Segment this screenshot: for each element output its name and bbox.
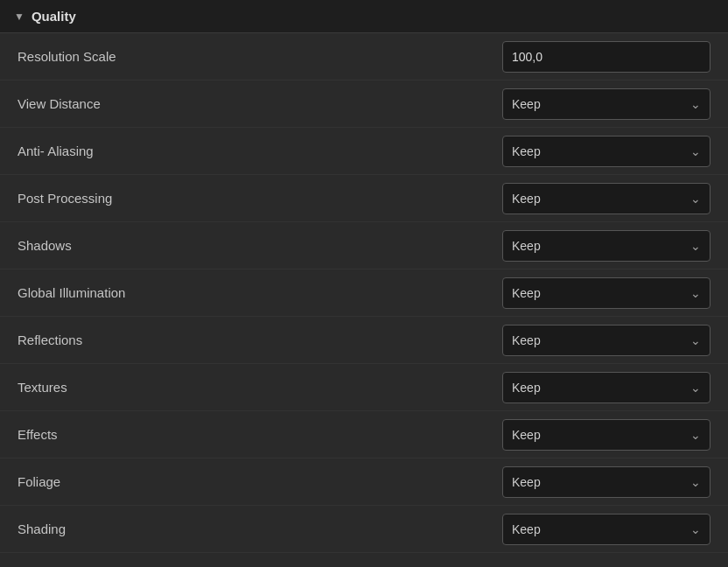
dropdown-value-reflections: Keep (512, 333, 541, 347)
dropdown-value-shadows: Keep (512, 239, 541, 253)
dropdown-value-effects: Keep (512, 428, 541, 442)
panel-header: ▼ Quality (0, 0, 728, 33)
panel-title: Quality (32, 9, 76, 24)
dropdown-foliage[interactable]: Keep⌄ (502, 466, 710, 498)
control-textures: Keep⌄ (502, 372, 710, 403)
label-view-distance: View Distance (18, 96, 502, 111)
dropdown-shading[interactable]: Keep⌄ (502, 514, 710, 545)
setting-row-view-distance: View DistanceKeep⌄ (0, 80, 728, 128)
settings-list: Resolution ScaleView DistanceKeep⌄Anti- … (0, 33, 728, 553)
collapse-icon[interactable]: ▼ (14, 10, 24, 23)
dropdown-effects[interactable]: Keep⌄ (502, 419, 710, 451)
dropdown-value-post-processing: Keep (512, 192, 541, 206)
setting-row-textures: TexturesKeep⌄ (0, 364, 728, 411)
control-shadows: Keep⌄ (502, 230, 710, 262)
control-global-illumination: Keep⌄ (502, 277, 710, 309)
label-effects: Effects (18, 427, 502, 442)
control-resolution-scale (502, 41, 710, 73)
chevron-down-icon: ⌄ (690, 192, 701, 206)
label-shadows: Shadows (18, 238, 502, 253)
quality-panel: ▼ Quality Resolution ScaleView DistanceK… (0, 0, 728, 553)
chevron-down-icon: ⌄ (690, 286, 701, 300)
dropdown-value-view-distance: Keep (512, 97, 541, 111)
dropdown-view-distance[interactable]: Keep⌄ (502, 88, 710, 120)
label-textures: Textures (18, 380, 502, 395)
dropdown-value-foliage: Keep (512, 475, 541, 489)
chevron-down-icon: ⌄ (690, 475, 701, 489)
label-foliage: Foliage (18, 474, 502, 489)
dropdown-post-processing[interactable]: Keep⌄ (502, 183, 710, 214)
control-effects: Keep⌄ (502, 419, 710, 451)
dropdown-value-shading: Keep (512, 522, 541, 536)
chevron-down-icon: ⌄ (690, 381, 701, 395)
label-global-illumination: Global Illumination (18, 285, 502, 300)
control-foliage: Keep⌄ (502, 466, 710, 498)
control-anti-aliasing: Keep⌄ (502, 136, 710, 167)
setting-row-foliage: FoliageKeep⌄ (0, 458, 728, 506)
chevron-down-icon: ⌄ (690, 333, 701, 347)
label-anti-aliasing: Anti- Aliasing (18, 144, 502, 158)
dropdown-shadows[interactable]: Keep⌄ (502, 230, 710, 262)
dropdown-textures[interactable]: Keep⌄ (502, 372, 710, 403)
setting-row-global-illumination: Global IlluminationKeep⌄ (0, 270, 728, 317)
setting-row-post-processing: Post ProcessingKeep⌄ (0, 175, 728, 222)
chevron-down-icon: ⌄ (690, 97, 701, 111)
control-shading: Keep⌄ (502, 514, 710, 545)
dropdown-global-illumination[interactable]: Keep⌄ (502, 277, 710, 309)
control-reflections: Keep⌄ (502, 325, 710, 356)
dropdown-value-global-illumination: Keep (512, 286, 541, 300)
input-resolution-scale[interactable] (502, 41, 710, 73)
control-view-distance: Keep⌄ (502, 88, 710, 120)
setting-row-resolution-scale: Resolution Scale (0, 33, 728, 80)
setting-row-shadows: ShadowsKeep⌄ (0, 222, 728, 270)
chevron-down-icon: ⌄ (690, 239, 701, 253)
label-reflections: Reflections (18, 332, 502, 347)
dropdown-anti-aliasing[interactable]: Keep⌄ (502, 136, 710, 167)
chevron-down-icon: ⌄ (690, 522, 701, 536)
setting-row-shading: ShadingKeep⌄ (0, 506, 728, 553)
setting-row-anti-aliasing: Anti- AliasingKeep⌄ (0, 128, 728, 175)
dropdown-reflections[interactable]: Keep⌄ (502, 325, 710, 356)
chevron-down-icon: ⌄ (690, 428, 701, 442)
setting-row-effects: EffectsKeep⌄ (0, 411, 728, 458)
label-shading: Shading (18, 522, 502, 536)
setting-row-reflections: ReflectionsKeep⌄ (0, 317, 728, 364)
label-resolution-scale: Resolution Scale (18, 49, 502, 64)
label-post-processing: Post Processing (18, 191, 502, 206)
dropdown-value-textures: Keep (512, 381, 541, 395)
chevron-down-icon: ⌄ (690, 144, 701, 158)
control-post-processing: Keep⌄ (502, 183, 710, 214)
dropdown-value-anti-aliasing: Keep (512, 144, 541, 158)
